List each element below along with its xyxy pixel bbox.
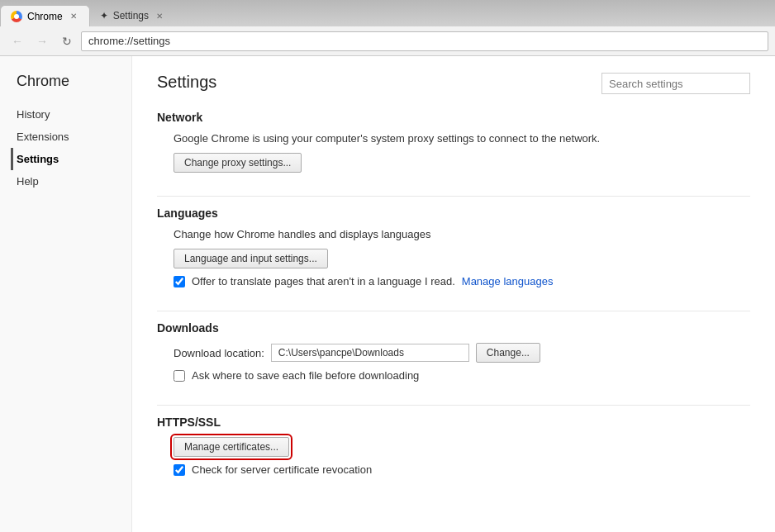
sidebar-item-settings[interactable]: Settings: [11, 148, 131, 170]
network-divider: [157, 196, 750, 197]
search-settings-input[interactable]: [601, 73, 750, 94]
language-input-button[interactable]: Language and input settings...: [174, 249, 328, 268]
change-download-location-button[interactable]: Change...: [476, 343, 540, 363]
back-button[interactable]: ←: [7, 31, 28, 52]
sidebar-nav: History Extensions Settings Help: [17, 103, 131, 192]
translate-checkbox-label: Offer to translate pages that aren't in …: [192, 275, 455, 287]
tab-chrome-label: Chrome: [27, 11, 63, 22]
content-area: Settings Network Google Chrome is using …: [132, 56, 775, 532]
ask-download-checkbox-row: Ask where to save each file before downl…: [174, 369, 750, 382]
manage-languages-link[interactable]: Manage languages: [462, 275, 554, 287]
download-path-input[interactable]: [271, 344, 469, 362]
network-section-desc: Google Chrome is using your computer's s…: [174, 132, 750, 145]
languages-section-title: Languages: [157, 207, 750, 220]
settings-tab-icon: ✦: [100, 10, 108, 21]
translate-checkbox-row: Offer to translate pages that aren't in …: [174, 275, 750, 287]
sidebar-item-history[interactable]: History: [17, 103, 131, 126]
ask-download-label: Ask where to save each file before downl…: [192, 369, 419, 382]
download-location-row: Download location: Change...: [174, 343, 750, 363]
revocation-checkbox[interactable]: [174, 464, 185, 476]
main-layout: Chrome History Extensions Settings Help …: [0, 56, 775, 532]
languages-divider: [157, 311, 750, 311]
tab-chrome-close[interactable]: ✕: [68, 11, 79, 22]
manage-certificates-button[interactable]: Manage certificates...: [174, 437, 289, 457]
sidebar-title: Chrome: [17, 73, 131, 90]
languages-section-desc: Change how Chrome handles and displays l…: [174, 228, 750, 240]
tab-chrome[interactable]: Chrome ✕: [0, 5, 90, 26]
chrome-icon: [11, 11, 22, 22]
https-ssl-title: HTTPS/SSL: [157, 416, 750, 429]
tab-settings-close[interactable]: ✕: [154, 10, 165, 21]
translate-checkbox[interactable]: [174, 276, 185, 287]
downloads-section: Downloads Download location: Change... A…: [157, 321, 750, 382]
page-title: Settings: [157, 73, 216, 92]
languages-section: Languages Change how Chrome handles and …: [157, 207, 750, 287]
content-header: Settings: [157, 73, 750, 94]
revocation-checkbox-label: Check for server certificate revocation: [192, 463, 372, 476]
browser-frame: Chrome ✕ ✦ Settings ✕ ← → ↻ Chrome Histo…: [0, 0, 775, 532]
download-location-label: Download location:: [174, 347, 264, 359]
tab-settings-label: Settings: [113, 10, 149, 21]
downloads-section-title: Downloads: [157, 321, 750, 335]
sidebar-item-help[interactable]: Help: [17, 170, 131, 192]
downloads-divider: [157, 405, 750, 406]
address-bar[interactable]: [81, 31, 768, 51]
https-ssl-section: HTTPS/SSL Manage certificates... Check f…: [157, 416, 750, 476]
network-section: Network Google Chrome is using your comp…: [157, 111, 750, 173]
revocation-checkbox-row: Check for server certificate revocation: [174, 463, 750, 476]
network-section-title: Network: [157, 111, 750, 124]
forward-button[interactable]: →: [31, 31, 53, 52]
sidebar: Chrome History Extensions Settings Help: [0, 56, 132, 532]
change-proxy-button[interactable]: Change proxy settings...: [174, 153, 302, 173]
ask-download-checkbox[interactable]: [174, 370, 185, 382]
tab-settings[interactable]: ✦ Settings ✕: [90, 5, 175, 26]
nav-bar: ← → ↻: [0, 26, 775, 56]
reload-button[interactable]: ↻: [56, 31, 78, 52]
sidebar-item-extensions[interactable]: Extensions: [17, 126, 131, 148]
tab-bar: Chrome ✕ ✦ Settings ✕: [0, 0, 775, 26]
